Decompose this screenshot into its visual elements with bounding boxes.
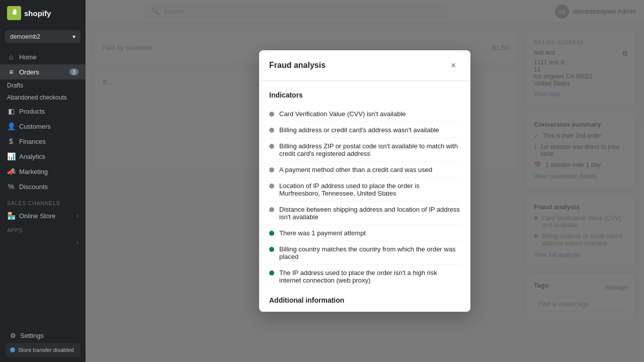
sales-channels-title: Sales channels xyxy=(0,196,86,208)
finances-icon: $ xyxy=(7,137,15,145)
chevron-right-icon: › xyxy=(76,239,78,246)
customers-icon: 👤 xyxy=(7,122,15,130)
sidebar-item-apps[interactable]: › xyxy=(0,235,86,249)
online-store-icon: 🏪 xyxy=(7,212,15,220)
apps-title: Apps xyxy=(0,223,86,235)
indicator-item: Billing address ZIP or postal code isn't… xyxy=(269,138,460,162)
indicator-dot xyxy=(269,247,274,252)
store-transfer-label: Store transfer disabled xyxy=(18,347,74,353)
settings-icon: ⚙ xyxy=(10,332,16,339)
indicator-dot xyxy=(269,270,274,276)
sidebar-item-label: Home xyxy=(19,53,37,61)
indicator-text: A payment method other than a credit car… xyxy=(279,166,432,173)
sidebar-item-settings[interactable]: ⚙ Settings xyxy=(5,328,80,343)
sidebar-item-orders[interactable]: ≡ Orders 3 xyxy=(0,64,86,79)
chevron-right-icon: › xyxy=(76,212,78,219)
sidebar-item-label: Orders xyxy=(19,68,39,76)
indicator-dot xyxy=(269,167,274,172)
shopify-logo-icon xyxy=(7,6,21,20)
indicators-section: Indicators Card Verification Value (CVV)… xyxy=(269,91,460,288)
store-selector[interactable]: demoemb2 ▾ xyxy=(5,30,80,43)
indicator-dot xyxy=(269,207,274,212)
sidebar-item-products[interactable]: ◧ Products xyxy=(0,104,86,119)
indicators-title: Indicators xyxy=(269,91,460,99)
store-name: demoemb2 xyxy=(10,33,40,40)
sidebar-item-customers[interactable]: 👤 Customers xyxy=(0,119,86,134)
modal-title: Fraud analysis xyxy=(269,61,326,70)
sidebar-item-discounts[interactable]: % Discounts xyxy=(0,179,86,194)
sidebar-item-label: Analytics xyxy=(19,153,45,160)
indicator-text: There was 1 payment attempt xyxy=(279,229,366,237)
sidebar-item-label: Finances xyxy=(19,138,46,145)
modal-body: Indicators Card Verification Value (CVV)… xyxy=(259,81,470,312)
modal-header: Fraud analysis × xyxy=(259,50,470,81)
main-content: 🔍 Search dA demostorepwo Admin Paid by c… xyxy=(86,0,644,362)
sidebar: shopify demoemb2 ▾ ⌂ Home ≡ Orders 3 Dra… xyxy=(0,0,86,362)
settings-label: Settings xyxy=(20,332,44,339)
sidebar-item-abandoned[interactable]: Abandoned checkouts xyxy=(0,92,86,104)
modal-overlay: Fraud analysis × Indicators Card Verific… xyxy=(86,0,644,362)
sidebar-item-home[interactable]: ⌂ Home xyxy=(0,49,86,64)
additional-section: Additional information This order was pl… xyxy=(269,296,460,312)
discounts-icon: % xyxy=(7,183,15,191)
indicator-text: Billing address or credit card's address… xyxy=(279,126,439,134)
indicator-text: The IP address used to place the order i… xyxy=(279,269,460,284)
sidebar-item-finances[interactable]: $ Finances xyxy=(0,134,86,149)
indicator-dot xyxy=(269,231,274,236)
indicator-text: Distance between shipping address and lo… xyxy=(279,206,460,221)
indicator-text: Location of IP address used to place the… xyxy=(279,182,460,197)
store-transfer-button[interactable]: Store transfer disabled xyxy=(5,343,80,357)
fraud-analysis-modal: Fraud analysis × Indicators Card Verific… xyxy=(259,50,470,312)
analytics-icon: 📊 xyxy=(7,152,15,160)
indicator-item: The IP address used to place the order i… xyxy=(269,265,460,288)
abandoned-label: Abandoned checkouts xyxy=(7,94,67,101)
sidebar-item-analytics[interactable]: 📊 Analytics xyxy=(0,149,86,164)
additional-list: This order was placed from IP address 75… xyxy=(269,310,460,312)
sidebar-item-online-store[interactable]: 🏪 Online Store › xyxy=(0,208,86,223)
indicator-item: Billing country matches the country from… xyxy=(269,241,460,265)
indicator-dot xyxy=(269,144,274,149)
products-icon: ◧ xyxy=(7,107,15,115)
indicator-dot xyxy=(269,112,274,117)
sidebar-item-label: Products xyxy=(19,108,45,115)
drafts-label: Drafts xyxy=(7,82,23,89)
additional-title: Additional information xyxy=(269,296,460,304)
orders-badge: 3 xyxy=(69,68,78,75)
sidebar-item-label: Discounts xyxy=(19,183,48,191)
indicator-text: Billing country matches the country from… xyxy=(279,245,460,260)
indicator-item: There was 1 payment attempt xyxy=(269,225,460,241)
indicator-item: Distance between shipping address and lo… xyxy=(269,202,460,225)
sidebar-item-label: Marketing xyxy=(19,168,48,175)
shopify-logo-text: shopify xyxy=(24,9,51,18)
home-icon: ⌂ xyxy=(7,53,15,61)
sidebar-footer: ⚙ Settings Store transfer disabled xyxy=(0,323,86,362)
chevron-down-icon: ▾ xyxy=(72,33,75,40)
indicator-item: Card Verification Value (CVV) isn't avai… xyxy=(269,106,460,122)
indicator-text: Billing address ZIP or postal code isn't… xyxy=(279,142,460,157)
indicators-list: Card Verification Value (CVV) isn't avai… xyxy=(269,106,460,288)
sidebar-item-marketing[interactable]: 📣 Marketing xyxy=(0,164,86,179)
indicator-dot xyxy=(269,184,274,189)
indicator-text: Card Verification Value (CVV) isn't avai… xyxy=(279,110,406,118)
sidebar-item-label: Online Store xyxy=(19,212,55,220)
indicator-dot xyxy=(269,128,274,133)
close-icon: × xyxy=(451,60,456,71)
store-transfer-dot xyxy=(10,347,15,352)
sidebar-item-label: Customers xyxy=(19,123,51,130)
modal-close-button[interactable]: × xyxy=(446,58,460,72)
nav-section-main: ⌂ Home ≡ Orders 3 Drafts Abandoned check… xyxy=(0,47,86,196)
marketing-icon: 📣 xyxy=(7,167,15,175)
orders-icon: ≡ xyxy=(7,68,15,76)
indicator-item: A payment method other than a credit car… xyxy=(269,162,460,178)
additional-item: This order was placed from IP address 75… xyxy=(269,310,460,312)
sidebar-item-drafts[interactable]: Drafts xyxy=(0,79,86,92)
indicator-item: Location of IP address used to place the… xyxy=(269,178,460,202)
sidebar-header: shopify xyxy=(0,0,86,26)
shopify-logo: shopify xyxy=(7,6,51,20)
indicator-item: Billing address or credit card's address… xyxy=(269,122,460,138)
